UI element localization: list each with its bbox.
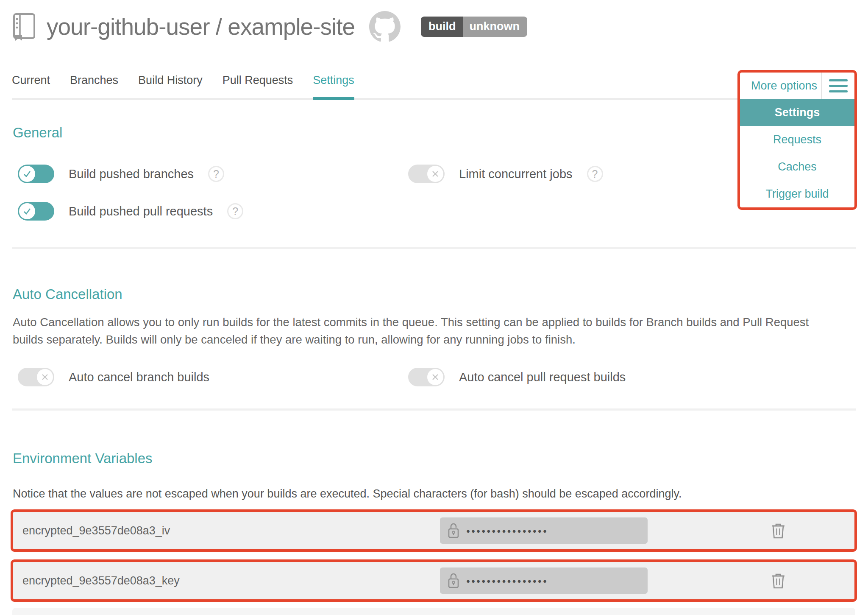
more-options-label: More options bbox=[751, 79, 817, 92]
env-var-name: encrypted_9e3557de08a3_key bbox=[22, 574, 440, 587]
toggle-knob-check-icon bbox=[19, 166, 35, 182]
more-options-dropdown: More options Settings Requests Caches Tr… bbox=[737, 70, 857, 210]
auto-cancel-pr-setting: Auto cancel pull request builds bbox=[408, 368, 855, 386]
toggle-knob-x-icon bbox=[37, 369, 53, 385]
auto-cancel-branch-toggle[interactable] bbox=[18, 368, 54, 386]
env-var-name: encrypted_9e3557de08a3_iv bbox=[22, 524, 440, 537]
badge-label: build bbox=[421, 17, 462, 37]
tab-bar: Current Branches Build History Pull Requ… bbox=[12, 74, 856, 100]
tab-pull-requests[interactable]: Pull Requests bbox=[223, 74, 293, 98]
repo-header: your-github-user / example-site build un… bbox=[0, 0, 868, 42]
tab-build-history[interactable]: Build History bbox=[138, 74, 203, 98]
toggle-knob-check-icon bbox=[19, 203, 35, 219]
page-title: your-github-user / example-site bbox=[47, 13, 355, 40]
menu-item-requests[interactable]: Requests bbox=[740, 126, 854, 153]
masked-value: ●●●●●●●●●●●●●●●● bbox=[466, 527, 548, 534]
env-var-value-field: ●●●●●●●●●●●●●●●● bbox=[440, 567, 648, 594]
env-vars-notice: Notice that the values are not escaped w… bbox=[13, 485, 826, 503]
help-icon[interactable]: ? bbox=[208, 166, 224, 182]
build-status-badge: build unknown bbox=[421, 17, 527, 37]
delete-env-var-icon[interactable] bbox=[771, 522, 786, 540]
lock-icon bbox=[448, 573, 459, 589]
badge-status: unknown bbox=[463, 17, 527, 37]
masked-value: ●●●●●●●●●●●●●●●● bbox=[466, 577, 548, 584]
toggle-label: Build pushed branches bbox=[69, 167, 194, 181]
menu-item-trigger-build[interactable]: Trigger build bbox=[740, 180, 854, 207]
toggle-label: Limit concurrent jobs bbox=[459, 167, 573, 181]
environment-variables-heading: Environment Variables bbox=[13, 450, 855, 467]
toggle-label: Build pushed pull requests bbox=[69, 204, 213, 218]
toggle-label: Auto cancel pull request builds bbox=[459, 370, 626, 384]
env-var-value-field: ●●●●●●●●●●●●●●●● bbox=[440, 517, 648, 544]
settings-page: your-github-user / example-site build un… bbox=[0, 0, 868, 615]
repo-book-icon bbox=[13, 13, 36, 41]
toggle-knob-x-icon bbox=[427, 369, 443, 385]
limit-concurrent-jobs-toggle[interactable] bbox=[408, 165, 445, 183]
auto-cancellation-toggle-row: Auto cancel branch builds Auto cancel pu… bbox=[0, 368, 868, 386]
help-icon[interactable]: ? bbox=[587, 166, 603, 182]
auto-cancellation-heading: Auto Cancellation bbox=[13, 286, 855, 302]
tab-current[interactable]: Current bbox=[12, 74, 50, 98]
env-var-row: encrypted_9e3557de08a3_key ●●●●●●●●●●●●●… bbox=[11, 559, 857, 602]
env-var-row: encrypted_9e3557de08a3_iv ●●●●●●●●●●●●●●… bbox=[11, 509, 857, 552]
build-pushed-branches-setting: Build pushed branches ? bbox=[18, 165, 408, 183]
help-icon[interactable]: ? bbox=[227, 203, 243, 219]
menu-item-settings[interactable]: Settings bbox=[740, 99, 854, 126]
toggle-knob-x-icon bbox=[427, 166, 443, 182]
hamburger-icon[interactable] bbox=[822, 79, 854, 92]
lock-icon bbox=[448, 523, 459, 539]
tab-branches[interactable]: Branches bbox=[70, 74, 118, 98]
auto-cancel-branch-setting: Auto cancel branch builds bbox=[18, 368, 408, 386]
tab-settings[interactable]: Settings bbox=[313, 74, 354, 100]
build-pushed-pull-requests-setting: Build pushed pull requests ? bbox=[18, 202, 408, 221]
delete-env-var-icon[interactable] bbox=[771, 572, 786, 590]
build-pushed-pull-requests-toggle[interactable] bbox=[18, 202, 54, 221]
github-icon[interactable] bbox=[369, 11, 401, 42]
general-heading: General bbox=[13, 125, 855, 141]
next-row-edge bbox=[12, 608, 855, 615]
build-pushed-branches-toggle[interactable] bbox=[18, 165, 54, 183]
section-divider bbox=[12, 408, 856, 411]
section-divider bbox=[12, 247, 856, 249]
auto-cancellation-description: Auto Cancellation allows you to only run… bbox=[13, 313, 826, 348]
more-options-button[interactable]: More options bbox=[740, 73, 854, 99]
auto-cancel-pr-toggle[interactable] bbox=[408, 368, 445, 386]
menu-item-caches[interactable]: Caches bbox=[740, 153, 854, 180]
toggle-label: Auto cancel branch builds bbox=[69, 370, 209, 384]
